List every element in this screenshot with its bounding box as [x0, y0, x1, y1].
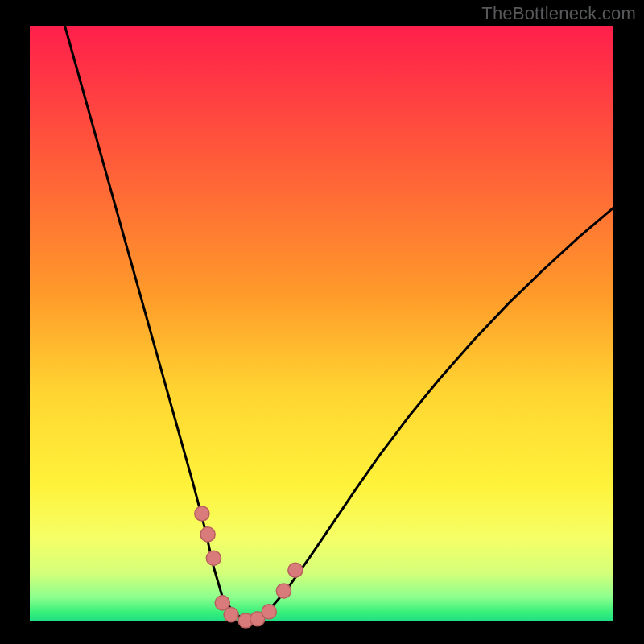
plot-background [30, 26, 613, 621]
datapoint [262, 605, 276, 619]
datapoint [276, 584, 291, 598]
watermark-text: TheBottleneck.com [481, 3, 636, 24]
datapoint [200, 527, 215, 542]
datapoint [288, 563, 303, 577]
datapoint [206, 551, 221, 565]
datapoint [224, 608, 238, 622]
bottleneck-chart [0, 0, 644, 644]
chart-stage: TheBottleneck.com [0, 0, 644, 644]
datapoint [195, 506, 209, 521]
